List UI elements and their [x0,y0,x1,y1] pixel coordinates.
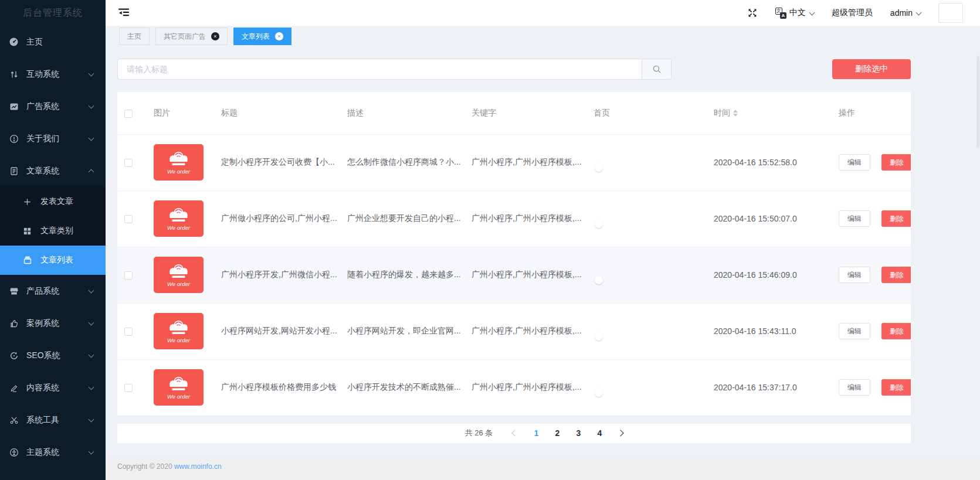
sidebar-item-seo[interactable]: SEO系统 [0,339,106,372]
chevron-down-icon [89,70,94,76]
ads-icon [9,101,19,111]
delete-button[interactable]: 删除 [881,323,911,339]
article-submenu: 发表文章 文章类别 文章列表 [0,187,106,275]
fullscreen-icon[interactable] [747,8,758,18]
about-icon [9,134,19,144]
next-page-button[interactable] [610,431,631,435]
article-thumbnail: We order [154,144,204,181]
sidebar-item-product[interactable]: 产品系统 [0,275,106,307]
cell-title: 广州小程序开发,广州微信小程... [214,247,340,303]
cell-desc: 随着小程序的爆发，越来越多... [340,247,464,303]
sidebar-item-home[interactable]: 主页 [0,26,106,58]
sidebar-item-label: 内容系统 [26,383,89,393]
edit-button[interactable]: 编辑 [839,267,870,283]
cell-time: 2020-04-16 15:52:58.0 [707,134,832,190]
copyright-text: Copyright © 2020 [117,462,172,471]
page-number-4[interactable]: 4 [589,428,610,438]
chevron-down-icon [89,384,94,390]
username: admin [890,8,913,18]
edit-button[interactable]: 编辑 [839,210,870,227]
row-checkbox[interactable] [124,271,133,280]
cell-time: 2020-04-16 15:46:09.0 [707,247,832,303]
scrollbar[interactable] [976,56,979,148]
col-title: 标题 [214,92,340,134]
prev-page-button[interactable] [504,431,525,435]
sidebar-item-content[interactable]: 内容系统 [0,372,106,404]
chevron-down-icon [89,319,94,325]
svg-text:We order: We order [167,281,191,287]
sidebar-item-tools[interactable]: 系统工具 [0,404,106,436]
select-all-checkbox[interactable] [124,110,133,118]
sidebar-item-about[interactable]: 关于我们 [0,122,106,155]
article-icon [9,166,19,176]
cell-title: 广州做小程序的公司,广州小程... [214,190,340,247]
delete-button[interactable]: 删除 [881,210,911,227]
sidebar-item-interaction[interactable]: 互动系统 [0,58,106,90]
cell-desc: 小程序网站开发，即企业官网... [340,303,464,359]
tab-home[interactable]: 主页 [119,28,150,45]
table-row: We order 广州小程序模板价格费用多少钱 小程序开发技术的不断成熟催...… [117,359,911,416]
article-thumbnail: We order [154,313,204,349]
theme-icon [9,447,19,457]
sidebar-item-label: 互动系统 [26,69,89,80]
avatar[interactable] [938,3,963,23]
delete-selected-button[interactable]: 删除选中 [832,59,911,79]
footer-link[interactable]: www.moinfo.cn [174,462,222,471]
tab-article-list[interactable]: 文章列表 × [233,28,291,45]
page-number-1[interactable]: 1 [525,428,547,438]
article-table-card: 图片 标题 描述 关键字 首页 时间 操作 [117,92,911,416]
sidebar-item-ads[interactable]: 广告系统 [0,90,106,122]
sidebar-item-case[interactable]: 案例系统 [0,307,106,339]
chevron-up-icon [89,169,94,175]
dashboard-icon [9,37,19,47]
close-icon[interactable]: × [211,32,219,40]
sidebar-item-article-category[interactable]: 文章类别 [0,216,106,246]
sort-icon[interactable] [733,110,738,117]
article-thumbnail: We order [154,200,204,237]
user-menu[interactable]: admin [890,8,921,18]
delete-button[interactable]: 删除 [881,154,911,171]
delete-button[interactable]: 删除 [881,267,911,283]
tab-label: 其它页面广告 [164,32,206,42]
table-header-row: 图片 标题 描述 关键字 首页 时间 操作 [117,92,911,134]
table-row: We order 定制小程序开发公司收费【小... 怎么制作微信小程序商城？小.… [117,134,911,190]
col-keywords: 关键字 [464,92,586,134]
pencil-icon [9,383,19,393]
sidebar-item-label: 主页 [26,37,97,47]
row-checkbox[interactable] [124,159,133,167]
cell-time: 2020-04-16 15:50:07.0 [707,190,832,247]
col-home: 首页 [586,92,707,134]
language-label: 中文 [789,8,806,18]
sidebar-item-article[interactable]: 文章系统 [0,155,106,187]
search-button[interactable] [642,59,672,80]
delete-button[interactable]: 删除 [881,379,911,396]
language-switcher[interactable]: 文A 中文 [775,8,814,19]
sidebar-item-publish-article[interactable]: 发表文章 [0,187,106,216]
row-checkbox[interactable] [124,384,133,392]
svg-text:We order: We order [167,337,191,343]
edit-button[interactable]: 编辑 [839,154,870,171]
search-input[interactable] [117,59,642,80]
app-title: 后台管理系统 [0,0,106,26]
edit-button[interactable]: 编辑 [839,323,870,339]
chevron-down-icon [89,448,94,454]
sidebar-item-article-list[interactable]: 文章列表 [0,246,106,275]
plus-icon [22,197,32,207]
pagination-total: 共 26 条 [465,428,493,438]
row-checkbox[interactable] [124,328,133,336]
interaction-icon [9,69,19,79]
row-checkbox[interactable] [124,215,133,223]
sidebar-fold-icon[interactable] [117,6,130,19]
page-number-3[interactable]: 3 [568,428,589,438]
tab-label: 主页 [127,32,141,42]
edit-button[interactable]: 编辑 [839,379,870,396]
sidebar-item-theme[interactable]: 主题系统 [0,436,106,468]
cell-keywords: 广州小程序,广州小程序模板,... [464,190,586,247]
chevron-down-icon [89,135,94,141]
tabbar: 主页 其它页面广告 × 文章列表 × [106,26,980,53]
tab-other-page-ads[interactable]: 其它页面广告 × [155,28,228,45]
scissors-icon [9,415,19,425]
close-icon[interactable]: × [275,32,283,40]
page-number-2[interactable]: 2 [547,428,568,438]
main-area: 文A 中文 超级管理员 admin 主页 其它页面广告 × 文章列表 × [106,0,980,480]
